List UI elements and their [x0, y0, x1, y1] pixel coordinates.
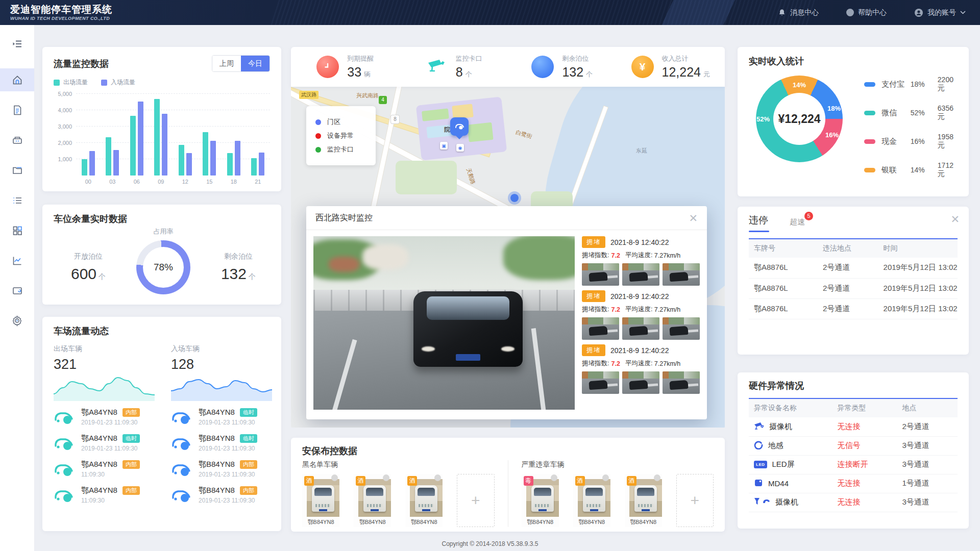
col-location: 违法地点: [818, 239, 878, 258]
sidebar-item-folder[interactable]: [0, 159, 34, 182]
bar: [179, 145, 184, 176]
flow-panel-title: 车场流量动态: [54, 325, 270, 337]
stat-monitor-gates: 监控卡口 8个: [400, 54, 508, 80]
snapshot-thumbnail[interactable]: [622, 371, 659, 394]
violation-tabs: 违停 超速5: [749, 214, 958, 232]
bar: [203, 132, 208, 176]
stat-gates-label: 监控卡口: [456, 54, 482, 63]
device-name: 摄像机: [769, 422, 792, 432]
vehicle-time: 2019-01-23 11:09:30: [81, 419, 153, 426]
vehicle-card[interactable]: 酒鄂B84YN8: [573, 474, 610, 527]
blacklist-cards: 酒鄂B84YN8酒鄂B84YN8酒鄂B84YN8+: [302, 474, 495, 527]
bar-group: [251, 94, 264, 176]
card-plate-number: 鄂B84YN8: [625, 518, 662, 526]
vehicle-card[interactable]: 酒鄂B84YN8: [405, 474, 443, 527]
sidebar-item-apps[interactable]: [0, 219, 34, 242]
snapshot-thumbnail[interactable]: [582, 371, 619, 394]
camera-icon: [754, 422, 764, 432]
vehicle-time: 2019-01-23 11:09:30: [199, 497, 270, 504]
map-zone-marker[interactable]: [508, 191, 521, 205]
sphere-icon: [531, 56, 554, 78]
anomaly-type: 无连接: [832, 493, 897, 512]
exit-vehicles-column: 出场车辆 321 鄂A84YN8内部2019-01-23 11:09:30鄂A8…: [54, 344, 153, 505]
occupancy-panel: 车位余量实时数据 开放泊位 600个 占用率 78%: [42, 205, 281, 305]
stat-expiry-label: 到期提醒: [347, 54, 374, 63]
panel-close-icon[interactable]: ✕: [950, 214, 960, 224]
sidebar-item-report[interactable]: [0, 98, 34, 121]
map-view[interactable]: 武汉路 兴武南路 白鹭街 天鹅路 东延 院本部 4 8 ▣ ◉ 门区: [291, 87, 725, 428]
status-dot: [331, 474, 338, 481]
add-vehicle-button[interactable]: +: [457, 474, 494, 527]
bar: [210, 141, 216, 176]
donut-total: ¥12,224: [773, 93, 825, 145]
sidebar-item-wallet[interactable]: [0, 279, 34, 302]
event-time: 2021-8-9 12:40:22: [610, 346, 669, 355]
monitor-modal: 西北路实时监控 ✕: [306, 206, 707, 419]
congestion-badge: 拥堵: [582, 290, 605, 302]
map-gate-marker[interactable]: [450, 117, 469, 136]
traffic-monitor-panel: 流量监控数据 上周 今日 出场流量 入场流量 1,0002,0003,0004,…: [42, 47, 281, 191]
y-tick-label: 1,000: [58, 156, 72, 162]
sidebar-item-settings[interactable]: [0, 309, 34, 332]
vehicle-card[interactable]: 毒鄂B84YN8: [522, 474, 559, 527]
snapshot-thumbnail[interactable]: [582, 317, 619, 340]
vehicle-plate: 鄂A84YN8: [81, 460, 117, 469]
app-header: 爱迪智能停车管理系统 WUHAN ID TECH DEVELOPMENT CO.…: [0, 0, 980, 25]
help-icon: [846, 9, 854, 16]
nav-help-center[interactable]: 帮助中心: [846, 8, 887, 17]
sidebar-item-analytics[interactable]: [0, 249, 34, 272]
live-video-feed[interactable]: [313, 236, 575, 410]
snapshot-thumbnail[interactable]: [622, 263, 659, 286]
remaining-spaces-unit: 个: [249, 272, 256, 281]
snapshot-thumbnail[interactable]: [663, 317, 700, 340]
modal-close-icon[interactable]: ✕: [689, 213, 698, 223]
entry-vehicles-label: 入场车辆: [171, 344, 270, 354]
nav-my-account[interactable]: 我的账号: [914, 8, 966, 17]
clock-icon: [316, 56, 339, 78]
snapshot-thumbnail[interactable]: [622, 317, 659, 340]
today-button[interactable]: 今日: [241, 56, 270, 71]
y-tick-label: 5,000: [58, 91, 72, 97]
hardware-row: 地感 无信号 3号通道: [749, 436, 958, 455]
congestion-badge: 拥堵: [582, 344, 605, 356]
alipay-percent: 18%: [911, 80, 938, 88]
app: 爱迪智能停车管理系统 WUHAN ID TECH DEVELOPMENT CO.…: [0, 0, 980, 551]
add-vehicle-button[interactable]: +: [676, 474, 714, 527]
sidebar-item-list[interactable]: [0, 189, 34, 212]
map-device-marker[interactable]: ◉: [456, 144, 464, 152]
modal-title: 西北路实时监控: [315, 213, 373, 223]
legend-device-error: 设备异常: [315, 131, 366, 140]
main-content: 流量监控数据 上周 今日 出场流量 入场流量 1,0002,0003,0004,…: [34, 25, 980, 551]
sidebar-collapse-icon[interactable]: [0, 32, 34, 55]
snapshot-thumbnail[interactable]: [582, 263, 619, 286]
vehicle-plate: 鄂B84YN8: [199, 486, 235, 495]
y-tick-label: 3,000: [58, 123, 72, 130]
vehicle-card[interactable]: 酒鄂B84YN8: [302, 474, 339, 527]
snapshot-thumbnail[interactable]: [663, 263, 700, 286]
monitor-gate-dot: [315, 147, 321, 153]
device-name: 摄像机: [775, 497, 798, 507]
map-device-marker[interactable]: ▣: [440, 142, 448, 149]
tab-speeding[interactable]: 超速5: [790, 217, 805, 232]
map-street-label: 兴武南路: [356, 92, 379, 99]
entry-flow-swatch: [101, 80, 107, 86]
vehicle-card[interactable]: 酒鄂B84YN8: [354, 474, 391, 527]
nav-message-center[interactable]: 消息中心: [778, 8, 819, 17]
legend-cash: 现金16%1958元: [864, 133, 959, 150]
bar-group: [179, 94, 192, 176]
wechat-name: 微信: [881, 108, 911, 118]
last-week-button[interactable]: 上周: [212, 56, 241, 71]
snapshot-thumbnail[interactable]: [663, 371, 700, 394]
vehicle-plate: 鄂A84YN8: [81, 408, 117, 417]
device-name: LED屏: [772, 460, 795, 469]
tab-illegal-parking[interactable]: 违停: [749, 214, 769, 232]
sidebar-item-device[interactable]: [0, 129, 34, 152]
map-street-label: 白鹭街: [515, 129, 533, 141]
congestion-index-label: 拥堵指数:: [582, 251, 609, 260]
brand: 爱迪智能停车管理系统 WUHAN ID TECH DEVELOPMENT CO.…: [10, 4, 112, 21]
stat-remaining-label: 剩余泊位: [562, 54, 593, 63]
vehicle-card[interactable]: 酒鄂B84YN8: [625, 474, 662, 527]
nav-account-label: 我的账号: [927, 8, 956, 17]
stat-income-label: 收入总计: [662, 54, 710, 63]
sidebar-item-home[interactable]: [0, 68, 34, 91]
